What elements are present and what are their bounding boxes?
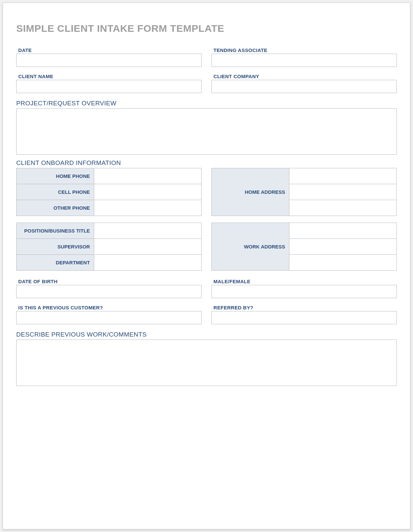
home-address-table: HOME ADDRESS	[211, 168, 397, 216]
project-overview-section: PROJECT/REQUEST OVERVIEW	[16, 100, 397, 155]
home-phone-input[interactable]	[94, 168, 201, 184]
home-address-label: HOME ADDRESS	[212, 168, 289, 216]
client-name-label: CLIENT NAME	[18, 74, 202, 79]
gender-input[interactable]	[211, 285, 397, 298]
gender-label: MALE/FEMALE	[213, 279, 397, 284]
phones-table: HOME PHONE CELL PHONE OTHER PHONE	[16, 168, 202, 216]
work-address-input-1[interactable]	[289, 223, 396, 239]
client-onboard-label: CLIENT ONBOARD INFORMATION	[16, 159, 397, 167]
home-address-input-3[interactable]	[289, 200, 396, 216]
referred-by-input[interactable]	[211, 311, 397, 324]
row-previous-referred: IS THIS A PREVIOUS CUSTOMER? REFERRED BY…	[16, 305, 397, 324]
department-input[interactable]	[94, 255, 201, 270]
form-title: SIMPLE CLIENT INTAKE FORM TEMPLATE	[16, 23, 397, 34]
home-address-input-2[interactable]	[289, 184, 396, 200]
project-overview-textarea[interactable]	[16, 108, 397, 155]
client-company-input[interactable]	[211, 80, 397, 93]
cell-phone-label: CELL PHONE	[17, 184, 94, 200]
row-date-associate: DATE TENDING ASSOCIATE	[16, 47, 397, 67]
home-address-input-1[interactable]	[289, 168, 396, 184]
tending-associate-input[interactable]	[211, 54, 397, 67]
date-label: DATE	[18, 47, 202, 53]
department-label: DEPARTMENT	[17, 255, 94, 271]
supervisor-label: SUPERVISOR	[17, 239, 94, 255]
previous-customer-label: IS THIS A PREVIOUS CUSTOMER?	[18, 305, 202, 310]
other-phone-input[interactable]	[94, 200, 201, 216]
client-intake-form: SIMPLE CLIENT INTAKE FORM TEMPLATE DATE …	[3, 3, 410, 529]
dob-input[interactable]	[16, 285, 202, 298]
work-address-label: WORK ADDRESS	[212, 223, 289, 271]
describe-previous-section: DESCRIBE PREVIOUS WORK/COMMENTS	[16, 331, 397, 386]
onboard-position-workaddress-row: POSITION/BUSINESS TITLE SUPERVISOR DEPAR…	[16, 223, 397, 271]
project-overview-label: PROJECT/REQUEST OVERVIEW	[16, 100, 397, 107]
supervisor-input[interactable]	[94, 239, 201, 254]
home-phone-label: HOME PHONE	[17, 168, 94, 184]
date-input[interactable]	[16, 54, 202, 67]
work-address-table: WORK ADDRESS	[211, 223, 397, 271]
position-label: POSITION/BUSINESS TITLE	[17, 223, 94, 239]
client-name-input[interactable]	[16, 80, 202, 93]
describe-previous-textarea[interactable]	[16, 340, 397, 386]
other-phone-label: OTHER PHONE	[17, 200, 94, 216]
position-table: POSITION/BUSINESS TITLE SUPERVISOR DEPAR…	[16, 223, 202, 271]
onboard-phones-address-row: HOME PHONE CELL PHONE OTHER PHONE HOME A…	[16, 168, 397, 216]
client-company-label: CLIENT COMPANY	[213, 74, 397, 79]
work-address-input-2[interactable]	[289, 239, 396, 254]
referred-by-label: REFERRED BY?	[213, 305, 397, 310]
tending-associate-label: TENDING ASSOCIATE	[213, 47, 397, 53]
position-input[interactable]	[94, 223, 201, 239]
row-client-name-company: CLIENT NAME CLIENT COMPANY	[16, 74, 397, 93]
previous-customer-input[interactable]	[16, 311, 202, 324]
work-address-input-3[interactable]	[289, 255, 396, 270]
dob-label: DATE OF BIRTH	[18, 279, 202, 284]
cell-phone-input[interactable]	[94, 184, 201, 200]
row-dob-gender: DATE OF BIRTH MALE/FEMALE	[16, 279, 397, 298]
describe-previous-label: DESCRIBE PREVIOUS WORK/COMMENTS	[16, 331, 397, 338]
